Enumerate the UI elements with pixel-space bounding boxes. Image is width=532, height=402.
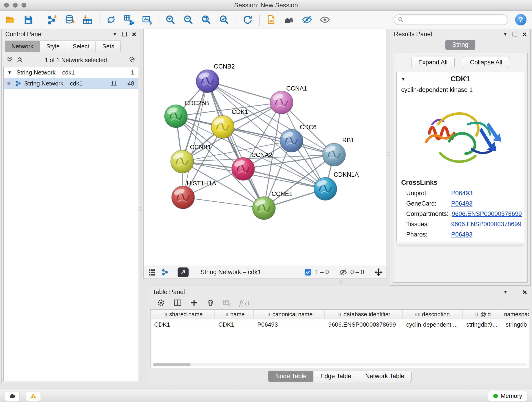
memory-button[interactable]: Memory <box>488 391 527 401</box>
collapse-gene-icon[interactable]: ▼ <box>401 76 410 82</box>
tab-sets[interactable]: Sets <box>95 41 121 52</box>
network-node-CDC6[interactable] <box>280 129 303 152</box>
add-column-icon[interactable] <box>190 298 198 307</box>
network-from-table-button[interactable] <box>123 13 135 26</box>
column-header-id[interactable]: @id <box>462 310 502 319</box>
network-edge-CCNE1-HIST1H1A[interactable] <box>183 197 264 208</box>
network-node-CDKN1A[interactable] <box>314 177 337 200</box>
close-panel-icon[interactable]: × <box>522 288 527 296</box>
disclosure-triangle-icon[interactable]: ▼ <box>7 70 14 75</box>
import-table-file-button[interactable] <box>81 13 94 26</box>
bottom-splitter-handle[interactable] <box>339 281 342 284</box>
compartments-link[interactable]: 9606.ENSP00000378699 <box>452 211 522 217</box>
column-header-description[interactable]: description <box>403 310 462 319</box>
right-splitter-handle[interactable] <box>387 152 390 156</box>
grid-view-icon[interactable] <box>148 268 156 276</box>
network-node-CCNA1[interactable] <box>270 91 293 114</box>
column-header-database-identifier[interactable]: database identifier <box>325 310 403 319</box>
home-button[interactable] <box>283 13 295 26</box>
tab-network[interactable]: Network <box>5 41 40 52</box>
tab-string[interactable]: String <box>445 40 475 50</box>
network-node-RB1[interactable] <box>323 143 346 166</box>
zoom-fit-button[interactable] <box>200 13 212 26</box>
search-input[interactable] <box>406 16 504 23</box>
column-header-namespace[interactable]: namespace <box>502 310 529 319</box>
expand-all-networks-icon[interactable] <box>16 56 23 64</box>
tab-network-table[interactable]: Network Table <box>358 370 412 382</box>
results-scrollbar[interactable] <box>396 244 524 247</box>
network-node-CCNB2[interactable] <box>196 70 219 93</box>
cell-name[interactable]: CDK1 <box>215 321 254 328</box>
collapse-all-button[interactable]: Collapse All <box>463 57 509 68</box>
pharos-link[interactable]: P06493 <box>451 231 472 238</box>
network-options-gear-icon[interactable] <box>128 56 135 64</box>
help-button[interactable]: ? <box>515 14 526 26</box>
zoom-window-button[interactable] <box>22 3 26 7</box>
tab-select[interactable]: Select <box>66 41 96 52</box>
network-canvas[interactable]: CCNB2CCNA1CDC25BCDK1CDC6RB1CCNB1CCNA2CDK… <box>144 29 386 266</box>
cloud-status-button[interactable] <box>5 391 20 401</box>
network-node-HIST1H1A[interactable] <box>172 186 195 209</box>
network-node-CDC25B[interactable] <box>165 105 187 128</box>
delete-column-trash-icon[interactable] <box>206 298 215 307</box>
maximize-panel-icon[interactable] <box>513 290 517 294</box>
table-horizontal-scrollbar[interactable] <box>153 363 527 366</box>
network-node-CCNE1[interactable] <box>253 197 275 220</box>
function-builder-button[interactable]: f(x) <box>239 299 249 307</box>
collapse-all-networks-icon[interactable] <box>6 56 13 64</box>
network-row[interactable]: String Network – cdk1 11 48 <box>4 78 138 89</box>
pan-crosshair-icon[interactable] <box>375 268 382 276</box>
close-panel-icon[interactable]: × <box>132 30 136 38</box>
float-panel-icon[interactable]: ▼ <box>113 32 117 36</box>
save-session-button[interactable] <box>22 13 34 26</box>
expand-all-button[interactable]: Expand All <box>411 57 455 68</box>
import-network-file-button[interactable] <box>46 13 58 26</box>
tissues-link[interactable]: 9606.ENSP00000378699 <box>451 221 521 228</box>
hidden-eye-slash-icon[interactable] <box>339 268 347 276</box>
genecard-link[interactable]: P06493 <box>451 200 472 207</box>
refresh-view-button[interactable] <box>241 13 254 26</box>
cell-database-identifier[interactable]: 9606.ENSP00000378699 <box>325 321 403 328</box>
zoom-selected-button[interactable] <box>218 13 230 26</box>
cell-canonical-name[interactable]: P06493 <box>254 321 325 328</box>
cell-id[interactable]: stringdb:9... <box>462 321 502 328</box>
scrollbar-thumb[interactable] <box>153 363 191 366</box>
cell-description[interactable]: cyclin-dependent ... <box>403 321 462 328</box>
network-node-CCNB1[interactable] <box>171 150 194 173</box>
hide-glass-button[interactable] <box>301 13 313 26</box>
left-splitter-handle[interactable] <box>139 207 142 211</box>
column-header-shared-name[interactable]: shared name <box>151 310 215 319</box>
network-node-CDK1[interactable] <box>211 115 234 138</box>
minimize-window-button[interactable] <box>13 3 18 7</box>
float-panel-icon[interactable]: ▼ <box>503 290 508 294</box>
maximize-panel-icon[interactable] <box>122 32 127 36</box>
show-columns-icon[interactable] <box>173 298 182 307</box>
import-network-database-button[interactable] <box>63 13 76 26</box>
export-image-button[interactable] <box>141 13 153 26</box>
maximize-panel-icon[interactable] <box>513 32 517 36</box>
warnings-button[interactable] <box>26 391 41 401</box>
cell-namespace[interactable]: stringdb <box>502 321 529 328</box>
column-header-canonical-name[interactable]: canonical name <box>254 310 325 319</box>
network-collection-row[interactable]: ▼ String Network – cdk1 1 <box>4 67 138 78</box>
fit-content-button[interactable] <box>177 268 189 277</box>
zoom-in-button[interactable] <box>164 13 177 26</box>
close-panel-icon[interactable]: × <box>522 30 527 38</box>
tab-node-table[interactable]: Node Table <box>268 370 313 382</box>
close-window-button[interactable] <box>4 3 9 7</box>
network-edge-CCNE1-CCNB2[interactable] <box>208 81 264 208</box>
tab-edge-table[interactable]: Edge Table <box>313 370 358 382</box>
cell-shared-name[interactable]: CDK1 <box>151 321 215 328</box>
tab-style[interactable]: Style <box>40 41 66 52</box>
new-network-button[interactable] <box>105 13 117 26</box>
table-settings-gear-icon[interactable] <box>157 298 165 307</box>
show-glass-button[interactable] <box>319 13 331 26</box>
column-header-name[interactable]: name <box>215 310 254 319</box>
open-session-button[interactable] <box>4 13 17 26</box>
selected-checkbox-icon[interactable] <box>304 268 312 276</box>
clipboard-import-button[interactable] <box>265 13 278 26</box>
float-panel-icon[interactable]: ▼ <box>503 32 507 36</box>
network-node-CCNA2[interactable] <box>232 157 254 180</box>
uniprot-link[interactable]: P06493 <box>451 190 472 197</box>
zoom-out-button[interactable] <box>182 13 195 26</box>
